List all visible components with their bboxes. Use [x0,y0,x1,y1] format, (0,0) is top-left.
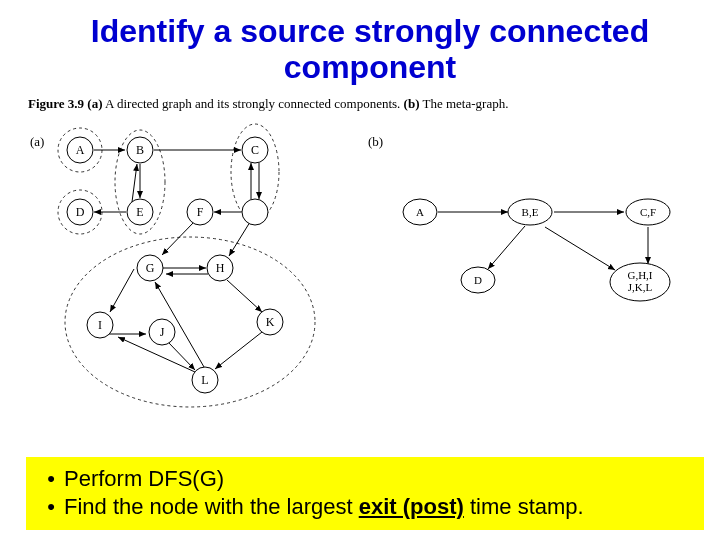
node-b: B [136,143,144,157]
scc-boundaries [58,124,315,407]
meta-be: B,E [522,206,539,218]
figure-caption: Figure 3.9 (a) A directed graph and its … [0,92,720,112]
bullet-box: • Perform DFS(G) • Find the node with th… [26,457,704,530]
bullet-2: • Find the node with the largest exit (p… [38,493,692,521]
node-h: H [216,261,225,275]
figure-area: (a) (b) [0,112,720,432]
node-d: D [76,205,85,219]
meta-jkl: J,K,L [628,281,653,293]
graph-b-nodes: A B,E C,F D G,H,I J,K,L [403,199,670,301]
meta-cf: C,F [640,206,656,218]
caption-b-prefix: (b) [404,96,420,111]
node-f: F [197,205,204,219]
node-i: I [98,318,102,332]
bullet-2-emph: exit (post) [359,494,464,519]
bullet-dot-icon: • [38,493,64,521]
caption-prefix: Figure 3.9 (a) [28,96,103,111]
bullet-dot-icon: • [38,465,64,493]
bullet-2-text: Find the node with the largest exit (pos… [64,493,584,521]
node-g: G [146,261,155,275]
title-line1: Identify a source strongly connected [91,13,649,49]
svg-line-19 [215,332,262,369]
node-j: J [160,325,165,339]
meta-d: D [474,274,482,286]
svg-line-7 [132,164,137,202]
node-k: K [266,315,275,329]
bullet-1: • Perform DFS(G) [38,465,692,493]
meta-ghi: G,H,I [627,269,652,281]
meta-a: A [416,206,424,218]
svg-line-18 [227,280,262,312]
bullet-1-text: Perform DFS(G) [64,465,224,493]
caption-a: A directed graph and its strongly connec… [103,96,404,111]
title-line2: component [284,49,456,85]
graph-a-edges [94,150,262,372]
node-c: C [251,143,259,157]
caption-b: The meta-graph. [420,96,509,111]
node-e: E [136,205,143,219]
node-l: L [201,373,208,387]
svg-line-14 [229,222,250,256]
svg-line-39 [488,226,525,269]
slide-title: Identify a source strongly connected com… [0,0,720,92]
svg-point-30 [242,199,268,225]
svg-line-40 [545,227,615,270]
svg-line-15 [110,269,134,312]
node-a: A [76,143,85,157]
diagram-svg: A B C D E F G H I J K L A B,E C,F D [0,112,720,442]
